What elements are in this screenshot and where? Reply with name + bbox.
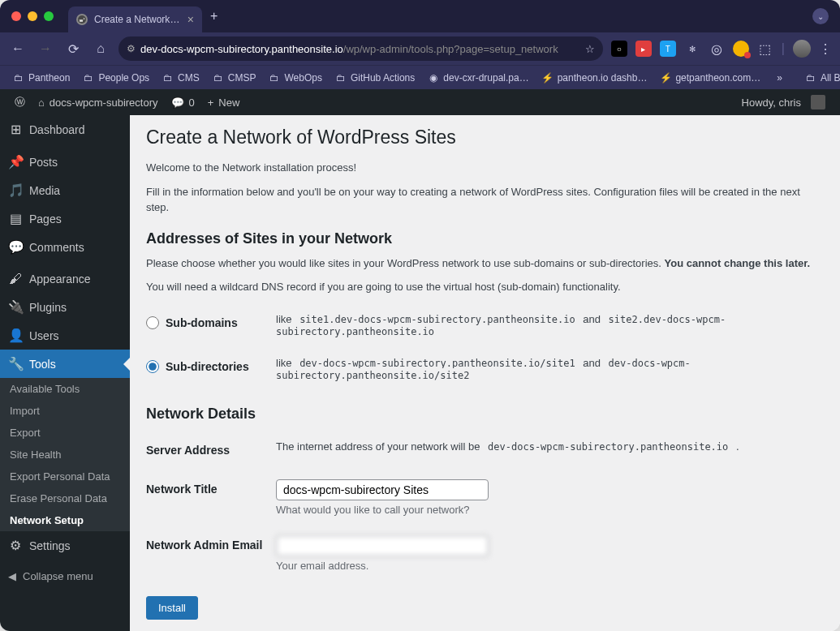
submenu-export-personal[interactable]: Export Personal Data: [0, 466, 130, 487]
subdirectories-radio[interactable]: [146, 360, 159, 373]
sidebar-item-tools[interactable]: 🔧Tools: [0, 350, 130, 378]
admin-email-label: Network Admin Email: [146, 526, 276, 582]
new-tab-button[interactable]: +: [210, 9, 218, 24]
media-icon: 🎵: [8, 182, 23, 198]
plug-icon: 🔌: [8, 299, 23, 315]
bookmark-item[interactable]: ◉dev-cxr-drupal.pa…: [423, 70, 533, 86]
details-heading: Network Details: [146, 406, 824, 423]
browser-toolbar: ← → ⟳ ⌂ ⚙ dev-docs-wpcm-subirectory.pant…: [0, 32, 840, 65]
main-content: Create a Network of WordPress Sites Welc…: [130, 115, 840, 631]
collapse-menu-button[interactable]: ◀Collapse menu: [0, 564, 130, 589]
welcome-text: Welcome to the Network installation proc…: [146, 160, 824, 176]
address-bar[interactable]: ⚙ dev-docs-wpcm-subirectory.pantheonsite…: [118, 36, 603, 61]
dashboard-icon: ⊞: [8, 122, 23, 137]
comment-icon: 💬: [171, 97, 184, 109]
all-bookmarks-button[interactable]: 🗀All Bookmarks: [800, 70, 840, 86]
site-name-menu[interactable]: ⌂docs-wpcm-subirectory: [32, 89, 165, 115]
sidebar-item-media[interactable]: 🎵Media: [0, 176, 130, 204]
tabs-dropdown-button[interactable]: ⌄: [812, 8, 829, 24]
my-account-menu[interactable]: Howdy, chris: [735, 95, 832, 109]
subdomains-radio[interactable]: [146, 316, 159, 329]
extension-icon[interactable]: [733, 41, 749, 57]
window-controls: [11, 11, 54, 21]
extension-icon[interactable]: ○: [611, 41, 627, 57]
profile-avatar[interactable]: [793, 40, 811, 58]
subdomains-label[interactable]: Sub-domains: [166, 316, 238, 329]
bookmark-folder[interactable]: 🗀WebOps: [264, 70, 326, 86]
brush-icon: 🖌: [8, 272, 23, 286]
subdomains-example: like site1.dev-docs-wpcm-subirectory.pan…: [276, 303, 824, 347]
home-icon: ⌂: [38, 97, 45, 109]
submenu-export[interactable]: Export: [0, 422, 130, 444]
sidebar-item-pages[interactable]: ▤Pages: [0, 204, 130, 233]
browser-menu-button[interactable]: ⋮: [819, 41, 832, 57]
pin-icon: 📌: [8, 154, 23, 170]
tab-title: Create a Network of WordPr…: [94, 14, 181, 25]
collapse-icon: ◀: [8, 570, 16, 582]
comments-menu[interactable]: 💬0: [165, 89, 201, 115]
close-tab-button[interactable]: ×: [187, 13, 194, 26]
bookmarks-bar: 🗀Pantheon 🗀People Ops 🗀CMS 🗀CMSP 🗀WebOps…: [0, 65, 840, 89]
submenu-network-setup[interactable]: Network Setup: [0, 509, 130, 531]
maximize-window-button[interactable]: [44, 11, 54, 21]
comment-icon: 💬: [8, 239, 23, 255]
close-window-button[interactable]: [11, 11, 21, 21]
page-title: Create a Network of WordPress Sites: [146, 127, 824, 148]
submenu-site-health[interactable]: Site Health: [0, 444, 130, 466]
submenu-available-tools[interactable]: Available Tools: [0, 378, 130, 400]
bookmarks-overflow-button[interactable]: »: [772, 72, 787, 84]
server-address-value: The internet address of your network wil…: [276, 431, 824, 470]
reload-button[interactable]: ⟳: [63, 41, 83, 57]
extension-icon[interactable]: ✻: [684, 41, 700, 57]
bookmark-item[interactable]: ⚡getpantheon.com…: [655, 70, 765, 86]
sidebar-item-plugins[interactable]: 🔌Plugins: [0, 293, 130, 321]
addresses-note: Please choose whether you would like sit…: [146, 255, 824, 272]
subdirectories-label[interactable]: Sub-directories: [166, 360, 249, 373]
wp-logo-menu[interactable]: ⓦ: [8, 89, 32, 115]
network-title-input[interactable]: [276, 479, 489, 500]
bookmark-item[interactable]: ⚡pantheon.io dashb…: [537, 70, 653, 86]
folder-icon: 🗀: [83, 72, 94, 84]
plus-icon: +: [208, 97, 214, 109]
browser-tab[interactable]: Create a Network of WordPr… ×: [68, 6, 202, 32]
extensions-menu-icon[interactable]: ⬚: [757, 41, 773, 57]
site-icon: ◉: [428, 72, 439, 84]
sidebar-item-comments[interactable]: 💬Comments: [0, 233, 130, 261]
submenu-erase-personal[interactable]: Erase Personal Data: [0, 487, 130, 509]
sidebar-item-posts[interactable]: 📌Posts: [0, 148, 130, 176]
new-content-menu[interactable]: +New: [201, 89, 247, 115]
admin-email-description: Your email address.: [276, 560, 824, 572]
sidebar-item-settings[interactable]: ⚙Settings: [0, 531, 130, 560]
minimize-window-button[interactable]: [28, 11, 37, 21]
sliders-icon: ⚙: [8, 538, 23, 553]
forward-button[interactable]: →: [36, 41, 55, 56]
bookmark-folder[interactable]: 🗀People Ops: [78, 70, 154, 86]
back-button[interactable]: ←: [8, 41, 28, 56]
sidebar-item-users[interactable]: 👤Users: [0, 321, 130, 350]
sidebar-item-dashboard[interactable]: ⊞Dashboard: [0, 115, 130, 144]
subdirectories-example: like dev-docs-wpcm-subirectory.pantheons…: [276, 347, 824, 391]
install-button[interactable]: Install: [146, 596, 198, 620]
extension-icon[interactable]: T: [660, 41, 676, 57]
admin-email-input[interactable]: [276, 535, 489, 556]
sidebar-item-appearance[interactable]: 🖌Appearance: [0, 265, 130, 293]
bookmark-folder[interactable]: 🗀GitHub Actions: [330, 70, 420, 86]
bookmark-star-icon[interactable]: ☆: [585, 43, 595, 55]
extension-icon[interactable]: ▸: [635, 41, 652, 57]
site-icon: ⚡: [542, 72, 554, 84]
tools-submenu: Available Tools Import Export Site Healt…: [0, 378, 130, 531]
wp-adminbar: ⓦ ⌂docs-wpcm-subirectory 💬0 +New Howdy, …: [0, 89, 840, 115]
site-settings-icon[interactable]: ⚙: [127, 43, 136, 54]
wildcard-note: You will need a wildcard DNS record if y…: [146, 279, 824, 295]
bookmark-folder[interactable]: 🗀Pantheon: [8, 70, 75, 86]
bookmark-folder[interactable]: 🗀CMS: [157, 70, 205, 86]
bookmark-folder[interactable]: 🗀CMSP: [208, 70, 261, 86]
folder-icon: 🗀: [335, 72, 347, 84]
site-icon: ⚡: [660, 72, 671, 84]
favicon-icon: [76, 14, 88, 25]
home-button[interactable]: ⌂: [91, 41, 110, 56]
extension-icon[interactable]: ◎: [709, 41, 725, 57]
submenu-import[interactable]: Import: [0, 400, 130, 422]
addresses-heading: Addresses of Sites in your Network: [146, 230, 824, 247]
user-avatar: [811, 95, 825, 109]
